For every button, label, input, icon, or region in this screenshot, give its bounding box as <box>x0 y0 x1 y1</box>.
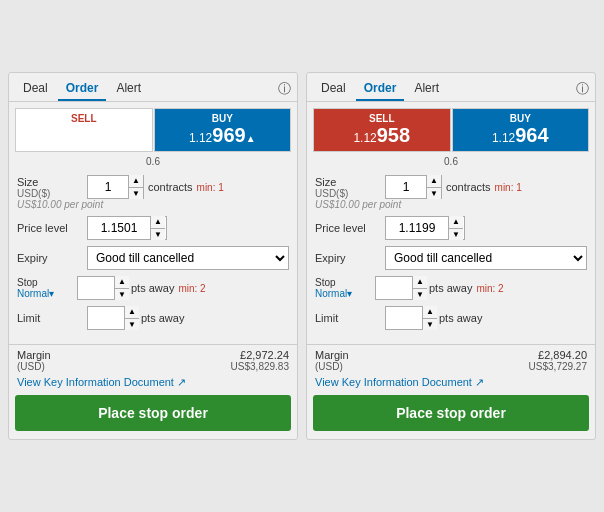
stop-row: Stop Normal▾ ▲ ▼ pts away min: 2 <box>315 276 587 300</box>
size-spin-btns: ▲ ▼ <box>426 175 441 199</box>
contracts-label: contracts <box>148 181 193 193</box>
limit-pts-label: pts away <box>141 312 184 324</box>
info-icon[interactable]: ⓘ <box>278 80 291 98</box>
per-point-label: US$10.00 per point <box>17 199 289 210</box>
limit-row: Limit ▲ ▼ pts away <box>315 306 587 330</box>
size-label-text: Size <box>315 176 385 188</box>
buy-label: BUY <box>212 113 233 124</box>
expiry-label: Expiry <box>17 252 87 264</box>
stop-up-btn[interactable]: ▲ <box>412 276 427 289</box>
spread-value: 0.6 <box>307 156 595 167</box>
limit-input-group: ▲ ▼ pts away <box>385 306 587 330</box>
size-input-group: ▲ ▼ contracts min: 1 <box>87 175 289 199</box>
stop-input[interactable] <box>376 277 412 299</box>
info-icon[interactable]: ⓘ <box>576 80 589 98</box>
stop-label-wrap: Stop Normal▾ <box>315 277 375 299</box>
expiry-select-wrap: Good till cancelled <box>87 246 289 270</box>
price-level-input[interactable] <box>386 217 448 239</box>
order-form: Size USD($) ▲ ▼ contracts min: 1 US$10.0… <box>9 171 297 340</box>
size-input[interactable] <box>386 176 426 198</box>
limit-spin-btns: ▲ ▼ <box>422 306 437 330</box>
limit-up-btn[interactable]: ▲ <box>124 306 139 319</box>
contracts-label: contracts <box>446 181 491 193</box>
size-min-label: min: 1 <box>495 182 522 193</box>
size-label: Size USD($) <box>315 176 385 199</box>
limit-down-btn[interactable]: ▼ <box>124 319 139 331</box>
buy-price-box[interactable]: BUY1.12969▲ <box>154 108 292 152</box>
limit-down-btn[interactable]: ▼ <box>422 319 437 331</box>
tab-deal[interactable]: Deal <box>15 77 56 101</box>
price-level-up-btn[interactable]: ▲ <box>448 216 463 229</box>
stop-row: Stop Normal▾ ▲ ▼ pts away min: 2 <box>17 276 289 300</box>
price-level-spin-btns: ▲ ▼ <box>448 216 463 240</box>
limit-pts-label: pts away <box>439 312 482 324</box>
order-form: Size USD($) ▲ ▼ contracts min: 1 US$10.0… <box>307 171 595 340</box>
stop-label: Stop <box>315 277 375 288</box>
size-min-label: min: 1 <box>197 182 224 193</box>
stop-input[interactable] <box>78 277 114 299</box>
price-level-input[interactable] <box>88 217 150 239</box>
price-level-input-wrap[interactable]: ▲ ▼ <box>87 216 167 240</box>
stop-type-link[interactable]: Normal▾ <box>17 288 77 299</box>
limit-input-wrap[interactable]: ▲ ▼ <box>385 306 435 330</box>
expiry-select[interactable]: Good till cancelled <box>87 246 289 270</box>
stop-type-link[interactable]: Normal▾ <box>315 288 375 299</box>
tab-alert[interactable]: Alert <box>108 77 149 101</box>
limit-input-group: ▲ ▼ pts away <box>87 306 289 330</box>
size-label: Size USD($) <box>17 176 87 199</box>
limit-up-btn[interactable]: ▲ <box>422 306 437 319</box>
sell-price-box[interactable]: SELL1.12963▲ <box>15 108 153 152</box>
size-label-text: Size <box>17 176 87 188</box>
stop-input-wrap[interactable]: ▲ ▼ <box>375 276 425 300</box>
stop-pts-label: pts away <box>131 282 174 294</box>
panels-container: DealOrderAlertⓘSELL1.12963▲BUY1.12969▲0.… <box>8 72 596 440</box>
sell-label: SELL <box>71 113 97 124</box>
buy-price-value: 1.12964 <box>492 124 549 147</box>
size-up-btn[interactable]: ▲ <box>128 175 143 188</box>
tab-alert[interactable]: Alert <box>406 77 447 101</box>
size-down-btn[interactable]: ▼ <box>426 188 441 200</box>
price-level-down-btn[interactable]: ▼ <box>150 229 165 241</box>
tab-order[interactable]: Order <box>58 77 107 101</box>
price-row: SELL1.12963▲BUY1.12969▲ <box>15 108 291 152</box>
limit-label: Limit <box>17 312 87 324</box>
stop-input-wrap[interactable]: ▲ ▼ <box>77 276 127 300</box>
margin-usd: US$3,829.83 <box>231 361 289 372</box>
stop-spin-btns: ▲ ▼ <box>412 276 427 300</box>
size-spinner[interactable]: ▲ ▼ <box>87 175 144 199</box>
price-level-down-btn[interactable]: ▼ <box>448 229 463 241</box>
size-up-btn[interactable]: ▲ <box>426 175 441 188</box>
margin-label: Margin <box>17 349 51 361</box>
limit-input[interactable] <box>386 307 422 329</box>
size-unit: USD($) <box>17 188 87 199</box>
margin-section: Margin (USD) £2,972.24 US$3,829.83 <box>17 349 289 372</box>
view-key-link[interactable]: View Key Information Document ↗ <box>315 376 587 389</box>
limit-input-wrap[interactable]: ▲ ▼ <box>87 306 137 330</box>
size-spin-btns: ▲ ▼ <box>128 175 143 199</box>
buy-price-value: 1.12969▲ <box>189 124 256 147</box>
limit-input[interactable] <box>88 307 124 329</box>
price-level-input-wrap[interactable]: ▲ ▼ <box>385 216 465 240</box>
tab-order[interactable]: Order <box>356 77 405 101</box>
size-spinner[interactable]: ▲ ▼ <box>385 175 442 199</box>
size-input[interactable] <box>88 176 128 198</box>
tab-deal[interactable]: Deal <box>313 77 354 101</box>
size-down-btn[interactable]: ▼ <box>128 188 143 200</box>
sell-price-box[interactable]: SELL1.12958 <box>313 108 451 152</box>
stop-down-btn[interactable]: ▼ <box>412 289 427 301</box>
size-row: Size USD($) ▲ ▼ contracts min: 1 <box>315 175 587 199</box>
margin-label-group: Margin (USD) <box>17 349 51 372</box>
price-level-label: Price level <box>315 222 385 234</box>
place-stop-order-button[interactable]: Place stop order <box>313 395 589 431</box>
expiry-select[interactable]: Good till cancelled <box>385 246 587 270</box>
price-level-up-btn[interactable]: ▲ <box>150 216 165 229</box>
buy-price-box[interactable]: BUY1.12964 <box>452 108 590 152</box>
expiry-select-wrap: Good till cancelled <box>385 246 587 270</box>
panel-right: DealOrderAlertⓘSELL1.12958BUY1.129640.6 … <box>306 72 596 440</box>
stop-down-btn[interactable]: ▼ <box>114 289 129 301</box>
stop-min-label: min: 2 <box>476 283 503 294</box>
price-level-spin-btns: ▲ ▼ <box>150 216 165 240</box>
view-key-link[interactable]: View Key Information Document ↗ <box>17 376 289 389</box>
place-stop-order-button[interactable]: Place stop order <box>15 395 291 431</box>
stop-up-btn[interactable]: ▲ <box>114 276 129 289</box>
